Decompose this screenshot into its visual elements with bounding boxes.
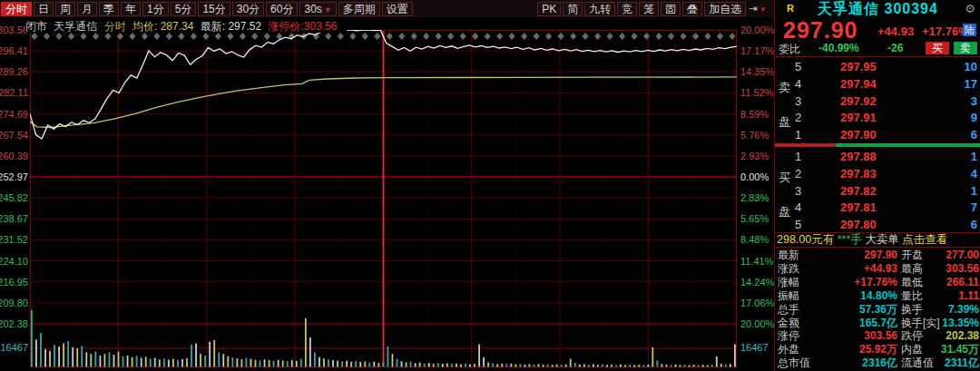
volume-bar xyxy=(543,365,544,367)
order-book-row[interactable]: 3297.923 xyxy=(775,93,980,110)
order-book-row[interactable]: 5297.806 xyxy=(775,216,980,233)
volume-bar xyxy=(505,364,507,366)
signal-diamond-icon xyxy=(68,33,74,40)
volume-bar xyxy=(368,362,370,366)
volume-bar xyxy=(552,365,554,366)
tool-tab-竞[interactable]: 竞 xyxy=(617,2,637,16)
period-tab-周[interactable]: 周 xyxy=(55,2,75,16)
order-book-row[interactable]: 5297.9510 xyxy=(775,58,980,75)
tool-tab-叠[interactable]: 叠 xyxy=(682,2,702,16)
tab-caret-icon: ▼ xyxy=(324,5,332,15)
big-order-notice[interactable]: 298.00元有 ***手 大卖单 点击查看 xyxy=(777,233,980,247)
level-volume: 4 xyxy=(971,165,977,182)
level-number: 3 xyxy=(795,182,801,200)
volume-bar xyxy=(305,318,307,367)
period-tab-60分[interactable]: 60分 xyxy=(266,2,298,16)
period-tab-5分[interactable]: 5分 xyxy=(171,2,197,16)
level-volume: 17 xyxy=(965,75,977,93)
toolbar-left: 分时日周月季年1分5分15分30分60分30s▼多周期设置 xyxy=(0,2,414,16)
period-tab-月[interactable]: 月 xyxy=(77,2,97,16)
period-tab-15分[interactable]: 15分 xyxy=(198,2,230,16)
stat-label: 振幅 xyxy=(778,289,799,303)
volume-bar xyxy=(31,310,33,367)
volume-bar xyxy=(680,365,681,366)
volume-bar xyxy=(377,363,379,367)
period-toolbar: 分时日周月季年1分5分15分30分60分30s▼多周期设置 PK简九转竞笼固叠加… xyxy=(0,0,774,17)
buy-button[interactable]: 买 xyxy=(926,42,949,54)
settings-gear-icon[interactable]: ⚙ xyxy=(965,2,975,15)
stat-value: 25.92万 xyxy=(825,343,897,356)
stat-label: 内盘 xyxy=(901,343,923,356)
tool-tab-九转[interactable]: 九转 xyxy=(584,2,615,16)
signal-diamond-icon xyxy=(362,33,368,40)
volume-bar xyxy=(547,365,549,367)
toolbar-right: PK简九转竞笼固叠加自选 xyxy=(536,2,747,16)
volume-bar xyxy=(666,365,668,367)
stock-title[interactable]: 天孚通信 300394 xyxy=(775,0,980,17)
order-book-row[interactable]: 2297.919 xyxy=(775,109,980,126)
period-tab-日[interactable]: 日 xyxy=(34,2,54,16)
signal-diamond-icon xyxy=(619,33,625,40)
volume-bar xyxy=(734,344,736,366)
period-tab-30s[interactable]: 30s▼ xyxy=(299,2,336,16)
volume-bar xyxy=(260,360,261,366)
sell-button[interactable]: 卖 xyxy=(954,42,977,54)
signal-diamond-icon xyxy=(80,33,86,40)
order-book-row[interactable]: 3297.821 xyxy=(775,182,980,200)
volume-bar xyxy=(282,360,284,366)
volume-bar xyxy=(561,365,563,366)
tool-tab-笼[interactable]: 笼 xyxy=(639,2,659,16)
stat-value: 57.36万 xyxy=(825,303,897,317)
stat-value: 202.38 xyxy=(925,329,979,343)
signal-diamond-icon xyxy=(44,33,50,40)
order-book-row[interactable]: 1297.881 xyxy=(775,148,980,165)
volume-bar xyxy=(675,365,677,367)
volume-bar xyxy=(172,359,174,367)
period-tab-多周期[interactable]: 多周期 xyxy=(338,2,380,16)
volume-bar xyxy=(309,337,311,366)
y-label-right: 2.83% xyxy=(740,192,769,203)
period-tab-30分[interactable]: 30分 xyxy=(232,2,264,16)
volume-bar xyxy=(725,365,727,367)
intraday-chart[interactable] xyxy=(30,30,737,367)
signal-diamond-icon xyxy=(31,33,37,40)
volume-bar xyxy=(328,359,329,366)
tool-tab-PK[interactable]: PK xyxy=(537,2,561,16)
y-label-right: 17.17% xyxy=(740,45,774,56)
y-label-right: 5.65% xyxy=(740,213,769,224)
signal-diamond-icon xyxy=(655,33,662,40)
volume-bar xyxy=(501,364,503,367)
signal-diamond-icon xyxy=(680,33,686,40)
stat-value: 165.7亿 xyxy=(825,317,897,330)
order-book-row[interactable]: 4297.9417 xyxy=(775,75,980,93)
volume-bar xyxy=(122,356,124,367)
period-tab-年[interactable]: 年 xyxy=(121,2,141,16)
avg-price-label: 均价: 287.34 xyxy=(132,20,193,33)
order-book-row[interactable]: 1297.906 xyxy=(775,126,980,143)
volume-bar xyxy=(437,363,439,366)
stat-value: 14.80% xyxy=(825,289,897,303)
period-tab-设置[interactable]: 设置 xyxy=(382,2,413,16)
volume-bar xyxy=(661,364,662,366)
weibi-value: -40.99% xyxy=(818,42,859,54)
order-book-row[interactable]: 4297.817 xyxy=(775,199,980,216)
order-book-row[interactable]: 2297.834 xyxy=(775,165,980,182)
stat-row: 最新297.90开盘277.00 xyxy=(775,249,980,262)
level-number: 1 xyxy=(795,148,801,165)
volume-bar xyxy=(570,359,572,367)
signal-diamond-icon xyxy=(215,33,221,40)
signal-diamond-icon xyxy=(251,33,258,40)
y-label-right: 11.52% xyxy=(740,87,774,98)
period-tab-季[interactable]: 季 xyxy=(99,2,119,16)
stat-value: 13.35% xyxy=(925,317,979,330)
signal-diamond-icon xyxy=(398,33,405,40)
tool-tab-固[interactable]: 固 xyxy=(661,2,681,16)
volume-bar xyxy=(730,364,731,366)
volume-bar xyxy=(341,361,343,366)
chart-info-line: 闭市 天孚通信 分时 均价: 287.34 最新: 297.52 涨停价:303… xyxy=(25,20,347,33)
tool-tab-简[interactable]: 简 xyxy=(563,2,583,16)
stat-label: 涨跌 xyxy=(778,262,799,276)
stat-label: 最新 xyxy=(778,249,799,262)
y-label-left: 267.54 xyxy=(0,130,28,141)
period-tab-1分[interactable]: 1分 xyxy=(142,2,169,16)
